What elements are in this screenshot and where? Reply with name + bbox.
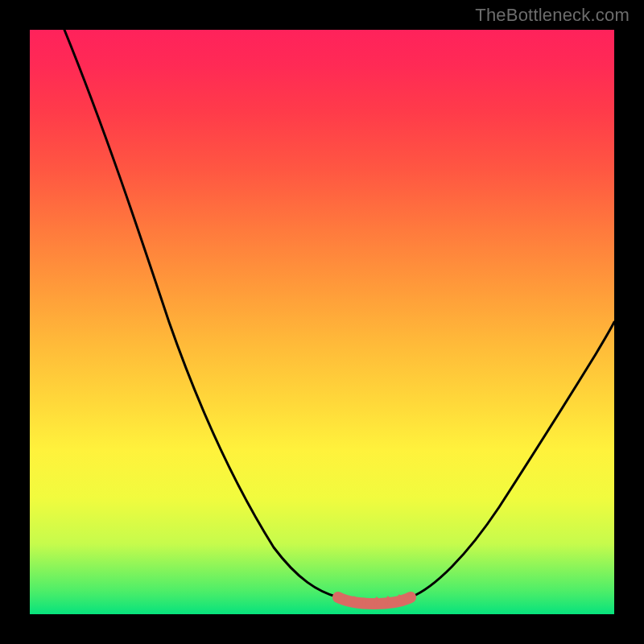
curve-overlay xyxy=(0,0,644,644)
right-curve xyxy=(411,322,614,597)
left-curve xyxy=(64,30,338,597)
chart-stage: TheBottleneck.com xyxy=(0,0,644,644)
attribution-text: TheBottleneck.com xyxy=(475,5,630,26)
